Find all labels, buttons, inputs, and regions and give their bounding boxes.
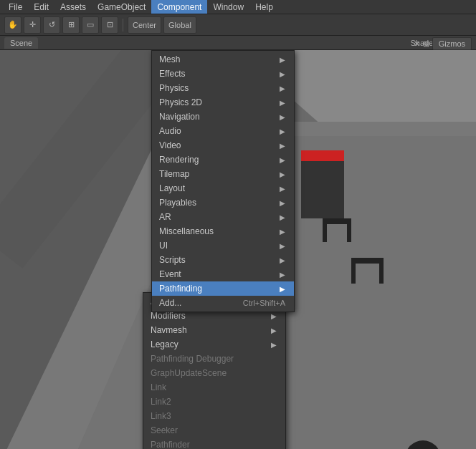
svg-rect-11 (351, 264, 356, 284)
menu-item-label: Effects (159, 69, 185, 79)
submenu-arrow-icon: ▶ (280, 56, 285, 64)
menu-component[interactable]: Component (151, 0, 207, 14)
component-menu-item-ui[interactable]: UI▶ (152, 238, 294, 253)
submenu-arrow-icon: ▶ (280, 185, 285, 193)
submenu-item-label: Seeker (151, 425, 178, 435)
submenu-item-label: Legacy (151, 339, 178, 349)
scene-settings-icon[interactable]: ✕ (414, 39, 420, 49)
menu-item-label: Rendering (159, 155, 199, 165)
global-btn[interactable]: Global (163, 16, 196, 34)
menu-item-label: AR (159, 212, 171, 222)
menu-item-label: Physics 2D (159, 97, 202, 107)
submenu-arrow-icon: ▶ (280, 99, 285, 107)
component-menu-item-mesh[interactable]: Mesh▶ (152, 52, 294, 67)
component-menu-item-scripts[interactable]: Scripts▶ (152, 253, 294, 267)
move-tool-btn[interactable]: ✛ (24, 16, 41, 34)
submenu-arrow-icon: ▶ (280, 242, 285, 250)
menu-file[interactable]: File (3, 0, 28, 14)
toolbar: ✋ ✛ ↺ ⊞ ▭ ⊡ Center Global (0, 14, 476, 36)
menu-item-label: Miscellaneous (159, 226, 214, 236)
component-menu-item-physics-2d[interactable]: Physics 2D▶ (152, 95, 294, 110)
menu-item-label: Playables (159, 198, 196, 208)
pathfinding-submenu-item-link2: Link2 (143, 395, 285, 409)
menu-item-label: UI (159, 241, 168, 251)
component-menu-item-layout[interactable]: Layout▶ (152, 181, 294, 195)
scene-header: Scene Shaded 2D ☀ ♪ ✕ ⊞ Gizmos (0, 36, 476, 50)
component-menu-item-tilemap[interactable]: Tilemap▶ (152, 167, 294, 181)
submenu-arrow-icon: ▶ (280, 199, 285, 207)
submenu-arrow-icon: ▶ (280, 256, 285, 264)
menu-window[interactable]: Window (207, 0, 249, 14)
scene-area: Mesh▶Effects▶Physics▶Physics 2D▶Navigati… (0, 50, 476, 449)
svg-rect-6 (301, 161, 344, 218)
menu-item-label: Layout (159, 183, 185, 193)
submenu-arrow-icon: ▶ (280, 70, 285, 78)
submenu-arrow-icon: ▶ (280, 170, 285, 178)
submenu-arrow-icon: ▶ (280, 142, 285, 150)
menu-item-label: Scripts (159, 255, 186, 265)
pathfinding-submenu-item-graphupdatescene: GraphUpdateScene (143, 366, 285, 380)
menu-gameobject[interactable]: GameObject (92, 0, 151, 14)
component-menu-item-audio[interactable]: Audio▶ (152, 124, 294, 138)
svg-rect-9 (347, 224, 351, 242)
submenu-arrow-icon: ▶ (271, 312, 277, 320)
gizmos-btn[interactable]: Gizmos (432, 37, 472, 50)
component-menu-item-add[interactable]: Add...Ctrl+Shift+A (152, 296, 294, 310)
submenu-arrow-icon: ▶ (280, 113, 285, 121)
submenu-arrow-icon: ▶ (280, 213, 285, 221)
submenu-item-label: GraphUpdateScene (151, 368, 227, 378)
menu-assets[interactable]: Assets (54, 0, 92, 14)
pathfinding-submenu-item-legacy[interactable]: Legacy▶ (143, 337, 285, 352)
menu-item-label: Add... (159, 298, 181, 308)
toolbar-separator-1 (123, 19, 123, 32)
menu-item-label: Video (159, 140, 181, 150)
rect-tool-btn[interactable]: ▭ (82, 16, 99, 34)
svg-rect-7 (323, 218, 351, 224)
menu-item-label: Pathfinding (159, 284, 202, 294)
pivot-btn[interactable]: Center (128, 16, 161, 34)
submenu-item-label: Pathfinder (151, 440, 190, 449)
submenu-arrow-icon: ▶ (280, 127, 285, 135)
scene-expand-icon[interactable]: ⊞ (423, 39, 429, 49)
pathfinding-submenu-item-link: Link (143, 380, 285, 395)
hand-tool-btn[interactable]: ✋ (4, 16, 22, 34)
svg-rect-5 (301, 150, 344, 161)
component-menu-item-ar[interactable]: AR▶ (152, 210, 294, 224)
menu-item-label: Audio (159, 126, 181, 136)
component-menu-item-rendering[interactable]: Rendering▶ (152, 153, 294, 167)
menu-item-label: Mesh (159, 54, 180, 64)
submenu-arrow-icon: ▶ (280, 271, 285, 279)
pathfinding-submenu-item-pathfinding-debugger: Pathfinding Debugger (143, 352, 285, 366)
transform-tool-btn[interactable]: ⊡ (101, 16, 118, 34)
gizmos-area: ✕ ⊞ Gizmos (414, 37, 472, 50)
submenu-item-label: Navmesh (151, 325, 187, 335)
pathfinding-submenu-item-seeker: Seeker (143, 423, 285, 438)
component-menu-item-effects[interactable]: Effects▶ (152, 67, 294, 81)
component-menu-item-video[interactable]: Video▶ (152, 138, 294, 153)
pathfinding-submenu-item-link3: Link3 (143, 409, 285, 423)
component-menu-item-event[interactable]: Event▶ (152, 267, 294, 281)
component-menu-item-physics[interactable]: Physics▶ (152, 81, 294, 95)
submenu-arrow-icon: ▶ (271, 341, 277, 349)
menu-edit[interactable]: Edit (28, 0, 54, 14)
scene-tab[interactable]: Scene (4, 37, 38, 49)
rotate-tool-btn[interactable]: ↺ (43, 16, 60, 34)
submenu-item-label: Link (151, 382, 166, 392)
component-menu-item-playables[interactable]: Playables▶ (152, 195, 294, 210)
menu-item-label: Physics (159, 83, 189, 93)
menu-item-label: Event (159, 269, 181, 279)
submenu-arrow-icon: ▶ (280, 85, 285, 92)
scale-tool-btn[interactable]: ⊞ (62, 16, 80, 34)
svg-rect-8 (323, 224, 327, 242)
submenu-arrow-icon: ▶ (280, 156, 285, 164)
component-menu-item-pathfinding[interactable]: Pathfinding▶ (152, 281, 294, 296)
menu-help[interactable]: Help (249, 0, 279, 14)
component-menu-item-navigation[interactable]: Navigation▶ (152, 110, 294, 124)
component-menu-item-miscellaneous[interactable]: Miscellaneous▶ (152, 224, 294, 238)
menu-bar: File Edit Assets GameObject Component Wi… (0, 0, 476, 14)
submenu-item-label: Link3 (151, 411, 171, 421)
shortcut-label: Ctrl+Shift+A (243, 299, 285, 307)
submenu-item-label: Pathfinding Debugger (151, 354, 234, 364)
menu-item-label: Tilemap (159, 169, 189, 179)
pathfinding-submenu-item-navmesh[interactable]: Navmesh▶ (143, 323, 285, 337)
